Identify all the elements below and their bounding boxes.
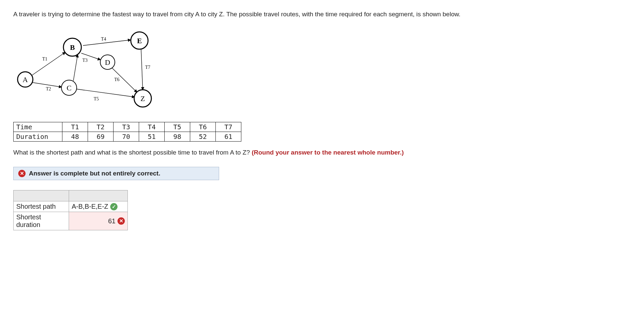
table-row: Time T1 T2 T3 T4 T5 T6 T7 — [14, 122, 241, 132]
time-header-t5: T5 — [165, 122, 190, 132]
edge-label-t4: T4 — [101, 36, 106, 41]
edge-t1 — [31, 52, 65, 76]
time-header-t2: T2 — [88, 122, 114, 132]
node-e-label: E — [137, 36, 142, 45]
duration-t2: 69 — [88, 132, 114, 141]
time-header-t6: T6 — [190, 122, 216, 132]
edge-label-t5: T5 — [94, 96, 99, 101]
answer-table: Shortest path A-B,B-E,E-Z ✓ Shortest dur… — [13, 190, 128, 230]
prompt-text: A traveler is trying to determine the fa… — [13, 10, 604, 19]
node-c-label: C — [67, 83, 72, 92]
duration-t5: 98 — [165, 132, 190, 141]
edge-t4 — [83, 40, 131, 46]
node-d-label: D — [105, 58, 110, 66]
table-row: Duration 48 69 70 51 98 52 61 — [14, 132, 241, 141]
feedback-text: Answer is complete but not entirely corr… — [29, 170, 160, 177]
question-text: What is the shortest path and what is th… — [13, 148, 604, 157]
route-graph-svg: T1 T2 T3 T4 T5 T6 T7 A B — [13, 29, 159, 115]
x-icon: ✕ — [118, 217, 125, 225]
duration-t4: 51 — [139, 132, 165, 141]
duration-t1: 48 — [62, 132, 88, 141]
edge-label-t7: T7 — [145, 64, 150, 69]
question-body: What is the shortest path and what is th… — [13, 149, 252, 156]
shortest-duration-label: Shortest duration — [14, 212, 69, 230]
duration-t6: 52 — [190, 132, 216, 141]
node-a-label: A — [23, 75, 28, 83]
time-header-t1: T1 — [62, 122, 88, 132]
edge-t5 — [77, 89, 135, 97]
node-b-label: B — [70, 43, 75, 51]
duration-row-label: Duration — [14, 132, 62, 141]
edge-label-t1: T1 — [42, 56, 47, 61]
time-row-label: Time — [14, 122, 62, 132]
time-header-t3: T3 — [114, 122, 139, 132]
shortest-duration-value: 61 — [108, 217, 116, 225]
route-graph: T1 T2 T3 T4 T5 T6 T7 A B — [13, 29, 604, 117]
question-hint: (Round your answer to the nearest whole … — [252, 149, 404, 156]
question-page: A traveler is trying to determine the fa… — [0, 0, 617, 240]
time-duration-table: Time T1 T2 T3 T4 T5 T6 T7 Duration 48 69… — [13, 122, 241, 142]
check-icon: ✓ — [110, 203, 118, 210]
edge-label-t2: T2 — [46, 86, 51, 91]
time-header-t7: T7 — [216, 122, 241, 132]
node-z-label: Z — [140, 94, 145, 102]
shortest-path-label: Shortest path — [14, 201, 69, 212]
feedback-bar: ✕ Answer is complete but not entirely co… — [13, 167, 219, 180]
edge-label-t6: T6 — [114, 77, 120, 82]
table-row: Shortest duration 61 ✕ — [14, 212, 128, 230]
x-icon: ✕ — [18, 170, 26, 177]
duration-t3: 70 — [114, 132, 139, 141]
duration-t7: 61 — [216, 132, 241, 141]
answer-table-header-blank-1 — [14, 190, 69, 201]
edge-t3 — [73, 55, 78, 81]
shortest-path-value-cell[interactable]: A-B,B-E,E-Z ✓ — [69, 201, 128, 212]
table-row: Shortest path A-B,B-E,E-Z ✓ — [14, 201, 128, 212]
answer-table-header-blank-2 — [69, 190, 128, 201]
shortest-path-value: A-B,B-E,E-Z — [72, 203, 108, 210]
edge-t7 — [141, 49, 143, 90]
shortest-duration-value-cell[interactable]: 61 ✕ — [69, 212, 128, 230]
edge-label-t3: T3 — [82, 57, 88, 62]
time-header-t4: T4 — [139, 122, 165, 132]
